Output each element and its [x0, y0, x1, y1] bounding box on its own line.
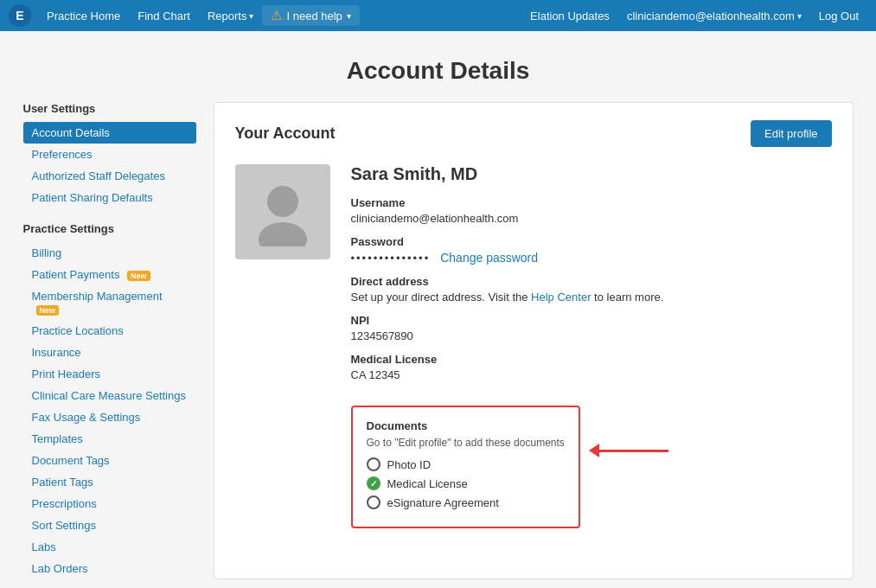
- sidebar-item-billing[interactable]: Billing: [23, 242, 196, 264]
- user-settings-heading: User Settings: [23, 102, 196, 115]
- reports-menu[interactable]: Reports ▾: [199, 10, 263, 22]
- sidebar-item-prescriptions[interactable]: Prescriptions: [23, 493, 196, 514]
- sidebar-item-clinical-care[interactable]: Clinical Care Measure Settings: [23, 385, 196, 406]
- new-badge: New: [36, 305, 60, 316]
- documents-subtitle: Go to "Edit profile" to add these docume…: [367, 437, 565, 449]
- sidebar-item-lab-orders[interactable]: Lab Orders: [23, 558, 196, 579]
- avatar: [235, 164, 330, 259]
- sidebar-item-labs[interactable]: Labs: [23, 536, 196, 558]
- photo-id-item: Photo ID: [367, 457, 565, 471]
- username-value: cliniciandemo@elationhealth.com: [351, 212, 832, 225]
- esignature-item: eSignature Agreement: [367, 495, 565, 509]
- medical-license-check-icon: [367, 476, 380, 490]
- npi-field: NPI 1234567890: [351, 314, 832, 342]
- npi-label: NPI: [351, 314, 832, 327]
- avatar-container: [235, 164, 330, 528]
- logo-icon: E: [9, 4, 31, 27]
- medical-license-doc-label: Medical License: [387, 477, 468, 490]
- profile-content: Sara Smith, MD Username cliniciandemo@el…: [235, 164, 832, 528]
- arrow-container: [589, 444, 668, 457]
- right-navigation: Elation Updates cliniciandemo@elationhea…: [521, 10, 867, 22]
- profile-details: Sara Smith, MD Username cliniciandemo@el…: [351, 164, 832, 528]
- new-badge: New: [127, 271, 150, 281]
- photo-id-circle: [367, 457, 380, 471]
- change-password-link[interactable]: Change password: [440, 251, 538, 265]
- photo-id-label: Photo ID: [387, 458, 432, 471]
- sidebar-item-fax-usage[interactable]: Fax Usage & Settings: [23, 406, 196, 428]
- password-label: Password: [351, 235, 832, 248]
- sidebar-item-templates[interactable]: Templates: [23, 428, 196, 450]
- user-menu[interactable]: cliniciandemo@elationhealth.com ▾: [618, 10, 810, 22]
- documents-section: Documents Go to "Edit profile" to add th…: [351, 392, 832, 528]
- arrow-right: [589, 444, 668, 457]
- help-center-link[interactable]: Help Center: [531, 291, 591, 304]
- sidebar-item-patient-sharing[interactable]: Patient Sharing Defaults: [23, 187, 196, 208]
- password-row: •••••••••••••• Change password: [351, 251, 832, 265]
- sidebar-item-patient-tags[interactable]: Patient Tags: [23, 471, 196, 493]
- sidebar-item-authorized-staff[interactable]: Authorized Staff Delegates: [23, 165, 196, 187]
- section-title: Your Account: [235, 125, 336, 143]
- username-label: Username: [351, 196, 832, 209]
- svg-point-0: [267, 186, 298, 217]
- main-panel: Your Account Edit profile Sara Smith, MD…: [214, 102, 854, 579]
- direct-address-label: Direct address: [351, 275, 832, 288]
- sidebar-item-document-tags[interactable]: Document Tags: [23, 450, 196, 471]
- documents-box: Documents Go to "Edit profile" to add th…: [351, 406, 580, 528]
- avatar-icon: [248, 177, 317, 246]
- direct-address-text: Set up your direct address. Visit the He…: [351, 291, 832, 304]
- direct-address-field: Direct address Set up your direct addres…: [351, 275, 832, 304]
- medical-license-doc-item: Medical License: [367, 476, 565, 490]
- svg-point-1: [259, 222, 307, 246]
- elation-updates-link[interactable]: Elation Updates: [521, 10, 618, 22]
- practice-home-link[interactable]: Practice Home: [38, 10, 129, 22]
- esignature-label: eSignature Agreement: [387, 496, 499, 509]
- sidebar-item-sort-settings[interactable]: Sort Settings: [23, 514, 196, 536]
- chevron-down-icon: ▾: [249, 11, 253, 21]
- edit-profile-button[interactable]: Edit profile: [751, 120, 831, 147]
- top-navigation: E Practice Home Find Chart Reports ▾ ⚠ I…: [0, 0, 876, 31]
- warning-icon: ⚠: [271, 8, 282, 23]
- medical-license-label: Medical License: [351, 353, 832, 366]
- find-chart-link[interactable]: Find Chart: [129, 10, 199, 22]
- panel-header: Your Account Edit profile: [235, 120, 832, 147]
- npi-value: 1234567890: [351, 329, 832, 342]
- medical-license-field: Medical License CA 12345: [351, 353, 832, 381]
- practice-settings-heading: Practice Settings: [23, 222, 196, 235]
- page-title: Account Details: [0, 31, 876, 102]
- chevron-down-icon: ▾: [797, 11, 802, 21]
- sidebar-item-print-headers[interactable]: Print Headers: [23, 363, 196, 385]
- help-menu[interactable]: ⚠ I need help ▾: [262, 5, 359, 26]
- arrow-head-icon: [589, 444, 599, 457]
- sidebar-item-practice-locations[interactable]: Practice Locations: [23, 320, 196, 342]
- sidebar: User Settings Account Details Preference…: [23, 102, 196, 579]
- logout-link[interactable]: Log Out: [810, 10, 867, 22]
- chevron-down-icon: ▾: [347, 11, 351, 21]
- sidebar-item-insurance[interactable]: Insurance: [23, 342, 196, 363]
- content-area: User Settings Account Details Preference…: [6, 102, 871, 588]
- password-dots: ••••••••••••••: [351, 252, 431, 265]
- sidebar-item-account-details[interactable]: Account Details: [23, 122, 196, 144]
- sidebar-item-preferences[interactable]: Preferences: [23, 144, 196, 165]
- password-field: Password •••••••••••••• Change password: [351, 235, 832, 265]
- profile-name: Sara Smith, MD: [351, 164, 832, 184]
- sidebar-item-membership[interactable]: Membership Management New: [23, 285, 196, 320]
- documents-title: Documents: [367, 419, 565, 432]
- medical-license-value: CA 12345: [351, 368, 832, 381]
- sidebar-item-patient-payments[interactable]: Patient Payments New: [23, 264, 196, 285]
- esignature-circle: [367, 495, 380, 509]
- username-field: Username cliniciandemo@elationhealth.com: [351, 196, 832, 225]
- arrow-line: [599, 450, 668, 452]
